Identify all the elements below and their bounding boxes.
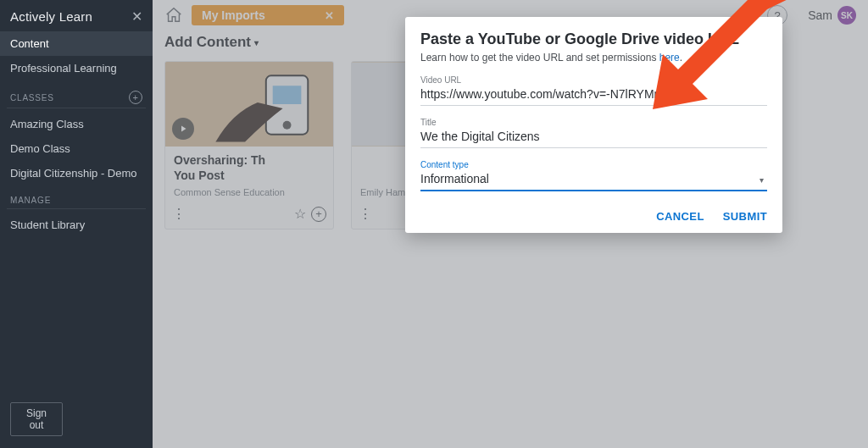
- title-input[interactable]: [420, 127, 767, 148]
- modal-title: Paste a YouTube or Google Drive video UR…: [420, 30, 767, 48]
- signout-button[interactable]: Sign out: [10, 402, 63, 436]
- add-class-icon[interactable]: +: [129, 91, 142, 104]
- class-item-0[interactable]: Amazing Class: [0, 112, 153, 136]
- title-label: Title: [420, 118, 767, 127]
- sidebar-header: Actively Learn ✕: [0, 0, 153, 31]
- video-url-modal: Paste a YouTube or Google Drive video UR…: [405, 17, 782, 233]
- section-classes-header: CLASSES +: [7, 80, 146, 108]
- content-type-label: Content type: [420, 160, 767, 169]
- modal-hint: Learn how to get the video URL and set p…: [420, 52, 767, 64]
- close-sidebar-icon[interactable]: ✕: [131, 8, 142, 25]
- video-url-label: Video URL: [420, 75, 767, 85]
- sidebar: Actively Learn ✕ Content Professional Le…: [0, 0, 153, 448]
- cancel-button[interactable]: CANCEL: [656, 210, 704, 223]
- manage-item-student-library[interactable]: Student Library: [0, 213, 153, 237]
- class-item-1[interactable]: Demo Class: [0, 136, 153, 161]
- section-classes-label: CLASSES: [10, 93, 54, 102]
- modal-hint-suffix: .: [680, 52, 682, 64]
- modal-hint-text: Learn how to get the video URL and set p…: [420, 52, 659, 64]
- nav-professional-learning[interactable]: Professional Learning: [0, 56, 153, 80]
- brand-title: Actively Learn: [10, 9, 92, 24]
- nav-content[interactable]: Content: [0, 31, 153, 56]
- class-item-2[interactable]: Digital Citizenship - Demo: [0, 161, 153, 185]
- dropdown-caret-icon[interactable]: ▾: [760, 175, 767, 185]
- submit-button[interactable]: SUBMIT: [723, 210, 767, 223]
- main-area: My Imports ✕ ? Sam SK Add Content ▾: [153, 0, 868, 448]
- section-manage-header: MANAGE: [7, 185, 146, 209]
- modal-hint-link[interactable]: here: [659, 52, 680, 64]
- section-manage-label: MANAGE: [10, 196, 51, 205]
- content-type-select[interactable]: ▾: [420, 169, 767, 191]
- video-url-input[interactable]: [420, 85, 767, 106]
- content-type-value[interactable]: [420, 169, 760, 190]
